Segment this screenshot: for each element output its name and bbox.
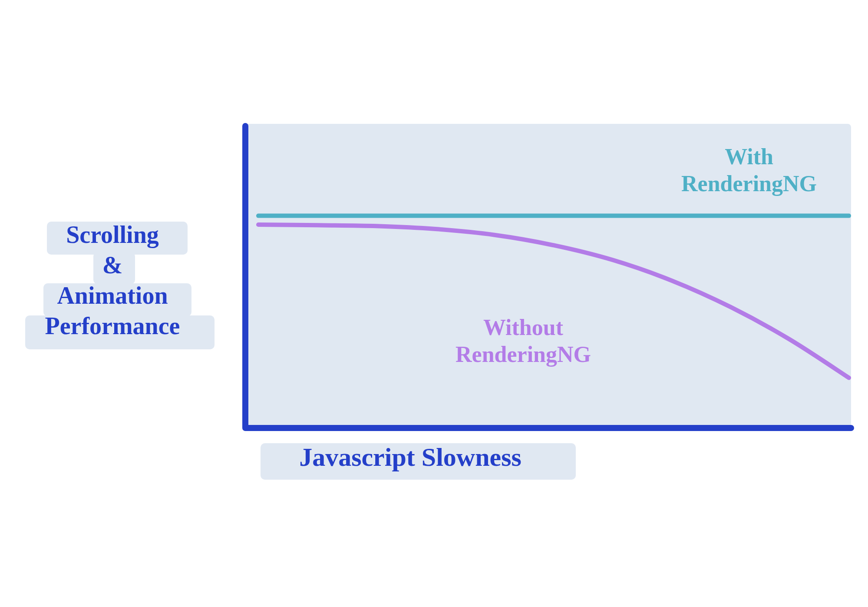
line-without-renderingng xyxy=(258,225,849,378)
chart-canvas: Scrolling & Animation Performance Javasc… xyxy=(0,0,868,607)
series-lines xyxy=(0,0,868,607)
